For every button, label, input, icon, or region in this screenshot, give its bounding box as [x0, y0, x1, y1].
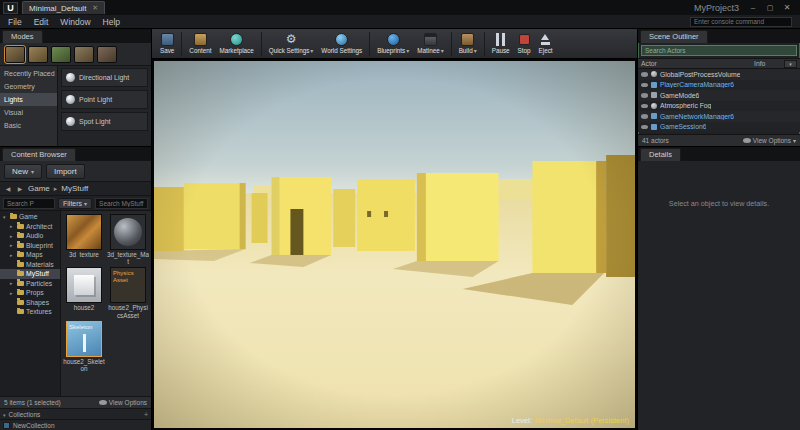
outliner-view-options-button[interactable]: View Options: [743, 137, 796, 144]
collections-expand-icon[interactable]: [3, 411, 6, 418]
folder-row[interactable]: Textures: [0, 307, 60, 317]
collections-label: Collections: [9, 411, 41, 418]
menu-file[interactable]: File: [8, 17, 22, 27]
folder-row[interactable]: ▸ Blueprint: [0, 241, 60, 251]
tab-details[interactable]: Details: [640, 148, 681, 161]
save-button[interactable]: Save: [156, 32, 178, 55]
tab-modes[interactable]: Modes: [2, 30, 43, 43]
expand-arrow-icon[interactable]: ▸: [10, 280, 15, 286]
asset-tile-3d-texture[interactable]: 3d_texture: [63, 214, 105, 265]
visibility-eye-icon[interactable]: [641, 93, 648, 98]
expand-arrow-icon[interactable]: ▸: [10, 252, 15, 258]
minimize-button[interactable]: [748, 3, 758, 12]
outliner-options-combo[interactable]: [784, 60, 797, 68]
category-basic[interactable]: Basic: [0, 119, 57, 132]
category-geometry[interactable]: Geometry: [0, 80, 57, 93]
category-recently-placed[interactable]: Recently Placed: [0, 67, 57, 80]
folder-row-mystuff[interactable]: MyStuff: [0, 269, 60, 279]
expand-arrow-icon[interactable]: ▸: [10, 223, 15, 229]
folder-row[interactable]: Materials: [0, 260, 60, 270]
filters-button[interactable]: Filters: [58, 198, 92, 209]
paint-mode-icon[interactable]: [97, 46, 117, 63]
level-tab[interactable]: Minimal_Default: [22, 1, 105, 14]
visibility-eye-icon[interactable]: [641, 125, 648, 130]
point-light-item[interactable]: Point Light: [61, 90, 148, 109]
content-browser-tab-strip: Content Browser: [0, 147, 151, 161]
visibility-eye-icon[interactable]: [641, 72, 648, 77]
new-collection-row[interactable]: NewCollection: [0, 419, 151, 430]
eject-button[interactable]: Eject: [535, 32, 557, 55]
visibility-eye-icon[interactable]: [641, 83, 648, 88]
expand-arrow-icon[interactable]: ▸: [10, 242, 15, 248]
asset-tile-3d-texture-mat[interactable]: 3d_texture_Mat: [107, 214, 149, 265]
folder-icon: [17, 233, 24, 238]
actor-row[interactable]: GlobalPostProcessVolume: [638, 69, 800, 80]
search-assets-input[interactable]: [95, 198, 148, 209]
category-visual[interactable]: Visual: [0, 106, 57, 119]
add-collection-icon[interactable]: [144, 411, 148, 418]
actor-row[interactable]: GameMode6: [638, 90, 800, 101]
info-column-header[interactable]: Info: [754, 60, 782, 67]
nav-forward-icon[interactable]: [16, 184, 24, 193]
skeleton-thumbnail: Skeleton: [66, 321, 102, 357]
blueprints-button[interactable]: Blueprints: [373, 32, 413, 55]
folder-row[interactable]: ▸ Particles: [0, 279, 60, 289]
actor-row[interactable]: PlayerCameraManager6: [638, 80, 800, 91]
folder-row[interactable]: ▸ Maps: [0, 250, 60, 260]
nav-back-icon[interactable]: [4, 184, 12, 193]
folder-row[interactable]: ▸ Audio: [0, 231, 60, 241]
spot-light-item[interactable]: Spot Light: [61, 112, 148, 131]
import-button-label: Import: [54, 167, 77, 176]
content-button[interactable]: Content: [185, 32, 215, 55]
build-button[interactable]: Build: [455, 32, 481, 55]
marketplace-button[interactable]: Marketplace: [215, 32, 257, 55]
breadcrumb-root[interactable]: Game: [28, 184, 50, 193]
search-paths-input[interactable]: [3, 198, 55, 209]
asset-tile-house2-physicsasset[interactable]: Physics Asset house2_PhysicsAsset: [107, 267, 149, 318]
asset-tile-house2[interactable]: house2: [63, 267, 105, 318]
visibility-eye-icon[interactable]: [641, 104, 648, 109]
visibility-eye-icon[interactable]: [641, 114, 648, 119]
toolbar-separator: [451, 32, 452, 56]
expand-arrow-icon[interactable]: ▾: [3, 214, 8, 220]
view-options-button[interactable]: View Options: [99, 399, 147, 406]
menu-help[interactable]: Help: [103, 17, 120, 27]
chevron-down-icon: [474, 47, 477, 54]
tab-scene-outliner[interactable]: Scene Outliner: [640, 30, 708, 43]
search-actors-input[interactable]: [641, 45, 797, 56]
pause-button[interactable]: Pause: [488, 32, 514, 55]
menu-window[interactable]: Window: [60, 17, 90, 27]
import-button[interactable]: Import: [46, 164, 85, 179]
maximize-button[interactable]: [765, 3, 775, 12]
matinee-button[interactable]: Matinee: [413, 32, 447, 55]
folder-row[interactable]: ▸ Props: [0, 288, 60, 298]
category-lights[interactable]: Lights: [0, 93, 57, 106]
folder-row[interactable]: Shapes: [0, 298, 60, 308]
console-command-input[interactable]: [690, 17, 792, 27]
folder-icon: [17, 309, 24, 314]
collections-bar[interactable]: Collections: [0, 408, 151, 419]
actor-column-header[interactable]: Actor: [641, 60, 752, 67]
actor-row[interactable]: GameNetworkManager6: [638, 111, 800, 122]
quick-settings-button[interactable]: Quick Settings: [265, 32, 318, 55]
landscape-mode-icon[interactable]: [28, 46, 48, 63]
stop-button[interactable]: Stop: [514, 32, 535, 55]
expand-arrow-icon[interactable]: ▸: [10, 290, 15, 296]
place-mode-icon[interactable]: [5, 46, 25, 63]
actor-row[interactable]: GameSession6: [638, 122, 800, 133]
close-button[interactable]: [782, 3, 792, 12]
menu-edit[interactable]: Edit: [34, 17, 49, 27]
folder-row[interactable]: ▸ Architect: [0, 222, 60, 232]
actor-row[interactable]: Atmospheric Fog: [638, 101, 800, 112]
expand-arrow-icon[interactable]: ▸: [10, 233, 15, 239]
tab-content-browser[interactable]: Content Browser: [2, 148, 76, 161]
foliage-mode-icon[interactable]: [51, 46, 71, 63]
3d-viewport[interactable]: Level: Minimal_Default (Persistent): [152, 59, 637, 430]
new-asset-button[interactable]: New: [4, 164, 42, 179]
geometry-mode-icon[interactable]: [74, 46, 94, 63]
world-settings-button[interactable]: World Settings: [317, 32, 366, 55]
asset-tile-house2-skeleton[interactable]: Skeleton house2_Skeleton: [63, 321, 105, 372]
folder-row-game[interactable]: ▾ Game: [0, 212, 60, 222]
directional-light-item[interactable]: Directional Light: [61, 68, 148, 87]
breadcrumb-current[interactable]: MyStuff: [61, 184, 88, 193]
